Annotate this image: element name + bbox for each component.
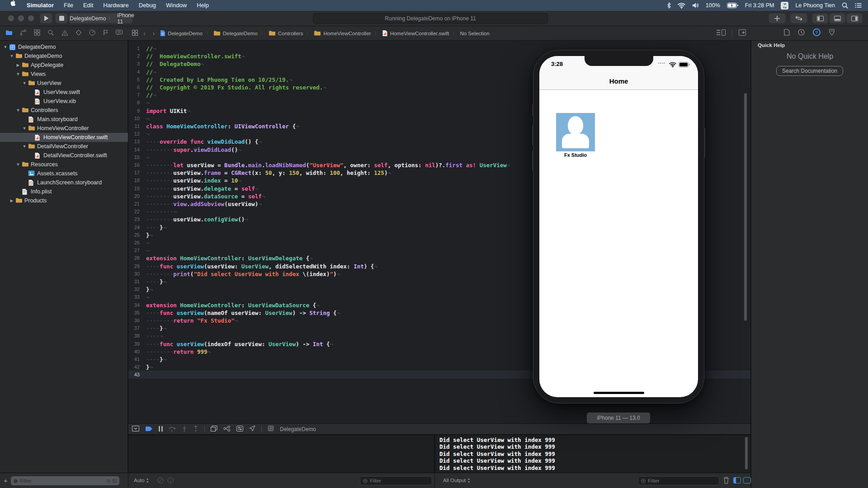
line-number[interactable]: 19 [128,185,140,192]
line-number[interactable]: 9 [128,107,140,115]
volume-up-button[interactable] [532,125,533,145]
tree-item-userview[interactable]: ▼UserView [0,79,128,88]
tree-item-homeviewcontroller[interactable]: ▼HomeViewController [0,124,128,133]
input-source-icon[interactable]: VITX [781,2,788,9]
line-number[interactable]: 8 [128,99,140,107]
pause-icon[interactable] [159,425,163,433]
line-number[interactable]: 5 [128,76,140,84]
line-number[interactable]: 31 [128,278,140,286]
line-number[interactable]: 23 [128,216,140,223]
add-file-button[interactable]: + [4,477,8,484]
menu-item-file[interactable]: File [59,0,78,11]
tree-item-userview-xib[interactable]: UserView.xib [0,97,128,106]
simulator-window[interactable]: 3:28 •••• Home Fx Studio [533,50,704,404]
variables-filter-input[interactable] [370,478,429,483]
line-number[interactable]: 40 [128,348,140,356]
add-editor-icon[interactable] [739,29,746,38]
window-close-button[interactable] [8,15,14,21]
line-number[interactable]: 15 [128,154,140,161]
issue-navigator-icon[interactable] [61,29,68,38]
console-filter-field[interactable] [638,476,719,485]
line-number[interactable]: 43 [128,371,140,379]
breadcrumb-item[interactable]: DelegateDemo [213,30,258,36]
line-number[interactable]: 38 [128,332,140,340]
variables-filter-field[interactable] [360,476,432,485]
search-documentation-button[interactable]: Search Documentation [776,66,843,76]
tree-item-assets-xcassets[interactable]: Assets.xcassets [0,169,128,178]
menu-item-edit[interactable]: Edit [78,0,98,11]
tree-item-appdelegate[interactable]: ▶AppDelegate [0,61,128,70]
breadcrumb-item[interactable]: No Selection [460,31,489,36]
line-number[interactable]: 30 [128,270,140,278]
line-number[interactable]: 21 [128,200,140,208]
tree-item-products[interactable]: ▶Products [0,196,128,205]
step-out-icon[interactable] [193,425,198,433]
view-debugger-icon[interactable] [211,425,217,433]
disclosure-down-icon[interactable]: ▼ [22,144,27,149]
info-filter-icon[interactable]: i [167,477,174,485]
step-over-icon[interactable] [169,425,176,433]
breadcrumb-item[interactable]: HomeViewController [314,30,371,36]
volume-down-button[interactable] [532,150,533,171]
apple-menu-icon[interactable] [5,0,22,11]
breadcrumb-item[interactable]: Controllers [269,30,303,36]
console-scope-selector[interactable]: All Output▲▼ [443,477,470,483]
test-navigator-icon[interactable] [75,29,82,38]
line-number[interactable]: 11 [128,122,140,130]
project-navigator-icon[interactable] [5,29,13,38]
disclosure-down-icon[interactable]: ▼ [16,72,20,76]
menu-item-hardware[interactable]: Hardware [98,0,133,11]
debug-app-label[interactable]: DelegateDemo [280,426,316,432]
back-button[interactable]: ‹ [143,30,146,37]
tree-item-delegatedemo[interactable]: ▼DelegateDemo [0,52,128,61]
line-number[interactable]: 24 [128,224,140,231]
line-number[interactable]: 7 [128,91,140,99]
editor-swap-button[interactable] [790,13,807,23]
line-number[interactable]: 33 [128,293,140,301]
line-number[interactable]: 27 [128,247,140,254]
line-number[interactable]: 35 [128,309,140,317]
menu-clock[interactable]: Fri 3:28 PM [745,2,774,9]
line-number[interactable]: 18 [128,177,140,184]
line-number[interactable]: 2 [128,52,140,60]
toggle-navigator-button[interactable] [812,13,828,23]
run-button[interactable] [40,13,52,23]
disclosure-down-icon[interactable]: ▼ [3,45,8,49]
editor-scrollbar[interactable] [744,93,747,321]
disclosure-right-icon[interactable]: ▶ [9,198,14,203]
console-scrollbar[interactable] [745,437,748,469]
line-number[interactable]: 26 [128,239,140,247]
tree-item-homeviewcontroller-swift[interactable]: HomeViewController.swift [0,133,128,142]
line-number[interactable]: 25 [128,231,140,239]
line-number[interactable]: 37 [128,324,140,332]
console-view[interactable]: Did select UserView with index 999Did se… [434,435,750,473]
source-control-navigator-icon[interactable] [20,29,26,38]
breadcrumb-item[interactable]: HomeViewController.swift [382,30,449,37]
tree-item-detailviewcontroller[interactable]: ▼DetailViewController [0,142,128,151]
tree-item-info-plist[interactable]: Info.plist [0,187,128,196]
toggle-inspector-button[interactable] [846,13,863,23]
variables-scope-selector[interactable]: Auto▲▼ [134,477,149,483]
simulator-screen[interactable]: 3:28 •••• Home Fx Studio [539,56,698,397]
flag-filter-icon[interactable] [157,477,164,485]
file-inspector-tab[interactable] [784,29,790,38]
accessibility-inspector-tab[interactable] [829,29,835,38]
find-navigator-icon[interactable] [47,29,54,38]
breakpoint-navigator-icon[interactable] [103,29,108,38]
line-number[interactable]: 3 [128,60,140,68]
memory-graph-icon[interactable] [223,425,231,433]
related-items-icon[interactable] [132,30,138,37]
line-number[interactable]: 36 [128,317,140,324]
quick-help-inspector-tab[interactable]: ? [813,28,821,38]
line-number[interactable]: 28 [128,254,140,262]
toggle-variables-view-button[interactable] [733,477,741,483]
debugged-app-icon[interactable] [268,425,274,433]
simulate-location-icon[interactable] [249,425,255,433]
scheme-selector[interactable]: DelegateDemo 〉 iPhone 11 [69,13,133,23]
volume-icon[interactable] [692,3,699,8]
forward-button[interactable]: › [153,30,155,37]
menu-item-window[interactable]: Window [161,0,192,11]
tree-item-resources[interactable]: ▼Resources [0,160,128,169]
line-number[interactable]: 6 [128,84,140,91]
mute-switch[interactable] [532,104,533,116]
